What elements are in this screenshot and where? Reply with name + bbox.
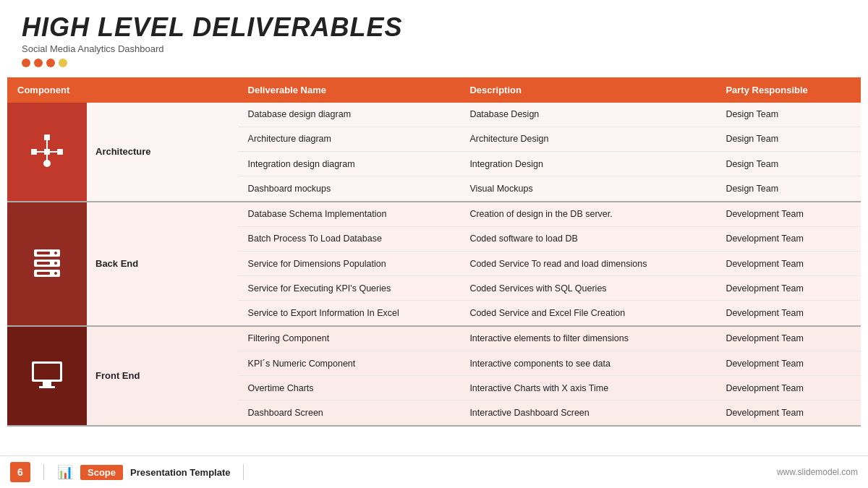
svg-rect-19 [34,364,60,380]
page-title: HIGH LEVEL DELIVERABLES [22,13,846,42]
deliverable-name: Database Schema Implementation [238,202,460,227]
footer-url: www.slidemodel.com [777,467,858,477]
deliverable-description: Interactive elements to filter dimension… [459,326,715,351]
component-cell-architecture: Architecture [7,103,238,202]
component-cell-backend: Back End [7,202,238,326]
deliverable-description: Integration Design [459,151,715,176]
deliverable-description: Coded Services with SQL Queries [459,276,715,301]
component-cell-frontend: Front End [7,326,238,426]
frontend-label: Front End [87,370,140,381]
deliverable-description: Coded Service and Excel File Creation [459,301,715,326]
footer-divider-left [43,464,44,480]
deliverable-name: Architecture diagram [238,127,460,151]
deliverable-description: Interactive Charts with X axis Time [459,376,715,401]
svg-point-14 [54,272,57,275]
table-header-row: Component Deliverable Name Description P… [7,77,861,103]
footer: 6 📊 Scope Presentation Template www.slid… [0,455,868,488]
table-row: Back EndDatabase Schema ImplementationCr… [7,202,861,227]
deliverable-name: Dashboard mockups [238,176,460,202]
svg-rect-16 [37,262,50,265]
deliverable-name: Service for Executing KPI's Queries [238,276,460,301]
table-row: Front EndFiltering ComponentInteractive … [7,326,861,351]
architecture-icon-box [7,103,87,201]
party-responsible: Development Team [715,226,861,251]
backend-label: Back End [87,258,138,269]
svg-point-12 [54,252,57,254]
party-responsible: Design Team [715,176,861,202]
dot-2 [34,59,43,67]
page-number: 6 [10,462,30,482]
dot-3 [46,59,55,67]
party-responsible: Development Team [715,252,861,276]
deliverable-name: Batch Process To Load Database [238,226,460,251]
deliverable-description: Database Design [459,103,715,127]
deliverable-name: Overtime Charts [238,376,460,401]
party-responsible: Development Team [715,351,861,375]
deliverable-name: KPI´s Numeric Component [238,351,460,375]
party-responsible: Development Team [715,202,861,227]
slidemodel-icon: 📊 [57,464,73,480]
deliverables-table-wrapper: Component Deliverable Name Description P… [7,77,861,455]
party-responsible: Development Team [715,326,861,351]
deliverable-description: Creation of design in the DB server. [459,202,715,227]
party-responsible: Design Team [715,103,861,127]
col-deliverable: Deliverable Name [238,77,460,103]
party-responsible: Development Team [715,301,861,326]
col-party: Party Responsible [715,77,861,103]
architecture-label: Architecture [87,146,151,157]
party-responsible: Development Team [715,401,861,426]
deliverable-name: Database design diagram [238,103,460,127]
party-responsible: Design Team [715,127,861,151]
deliverable-description: Architecture Design [459,127,715,151]
deliverable-description: Interactive Dashboard Screen [459,401,715,426]
svg-point-13 [54,262,57,265]
dot-4 [59,59,67,67]
dot-1 [22,59,30,67]
footer-divider-right [243,464,244,480]
deliverable-name: Dashboard Screen [238,401,460,426]
deliverable-name: Service for Dimensions Population [238,252,460,276]
dot-indicators [22,59,846,67]
deliverable-name: Filtering Component [238,326,460,351]
subtitle: Social Media Analytics Dashboard [22,43,846,54]
svg-rect-21 [39,386,55,388]
svg-rect-17 [37,272,50,275]
party-responsible: Development Team [715,276,861,301]
svg-point-4 [43,160,51,167]
party-responsible: Design Team [715,151,861,176]
deliverables-table: Component Deliverable Name Description P… [7,77,861,427]
frontend-icon-box [7,327,87,425]
deliverable-description: Coded software to load DB [459,226,715,251]
svg-rect-20 [43,382,51,386]
scope-badge: Scope [80,465,123,480]
template-label: Presentation Template [130,467,230,478]
deliverable-name: Integration design diagram [238,151,460,176]
deliverable-description: Coded Service To read and load dimension… [459,252,715,276]
deliverable-description: Visual Mockups [459,176,715,202]
header: HIGH LEVEL DELIVERABLES Social Media Ana… [0,0,868,72]
deliverable-description: Interactive components to see data [459,351,715,375]
svg-rect-15 [37,252,50,254]
party-responsible: Development Team [715,376,861,401]
col-description: Description [459,77,715,103]
deliverable-name: Service to Export Information In Excel [238,301,460,326]
footer-logo: 📊 [57,464,73,480]
col-component: Component [7,77,238,103]
svg-rect-0 [44,134,50,140]
table-row: ArchitectureDatabase design diagramDatab… [7,103,861,127]
backend-icon-box [7,202,87,325]
